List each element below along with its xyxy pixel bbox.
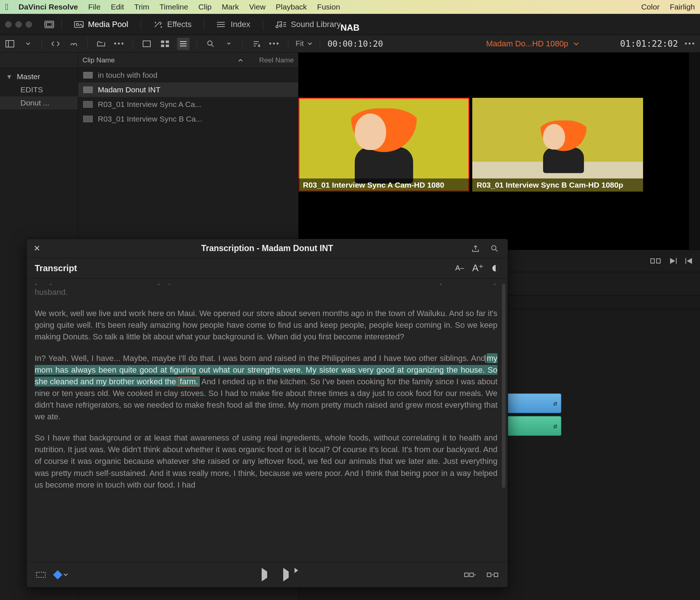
transcript-paragraph[interactable]: you just want to sort of like an easy op… — [35, 284, 497, 298]
menu-playback[interactable]: Playback — [276, 3, 307, 11]
svg-rect-15 — [166, 41, 169, 43]
marker-icon — [53, 570, 62, 579]
panel-layout-dropdown[interactable] — [22, 38, 34, 50]
menu-color[interactable]: Color — [641, 3, 659, 11]
tab-effects[interactable]: Effects — [148, 18, 197, 31]
index-icon — [217, 20, 226, 28]
svg-point-3 — [76, 23, 78, 26]
workspace-layout-icon[interactable] — [45, 20, 54, 28]
zoom-fit-select[interactable]: Fit — [296, 39, 312, 48]
match-frame-button[interactable] — [650, 257, 661, 265]
tab-media-pool[interactable]: Media Pool — [69, 18, 133, 31]
bin-edits[interactable]: EDITS — [0, 83, 78, 96]
multicam-angle-a[interactable]: R03_01 Interview Sync A Cam-HD 1080 — [299, 98, 469, 192]
menu-fairlight[interactable]: Fairligh — [670, 3, 695, 11]
new-bin-button[interactable] — [95, 38, 107, 50]
window-minimize-button[interactable] — [15, 21, 22, 28]
menu-view[interactable]: View — [249, 3, 265, 11]
app-name[interactable]: DaVinci Resolve — [19, 3, 78, 11]
menu-trim[interactable]: Trim — [134, 3, 149, 11]
more-ellipsis-button[interactable]: ••• — [113, 38, 126, 50]
export-transcript-button[interactable] — [466, 242, 485, 255]
panel-layout-button[interactable] — [4, 38, 16, 50]
grid-view-button[interactable] — [159, 38, 171, 50]
chevron-down-icon — [573, 42, 579, 46]
svg-point-18 — [208, 41, 212, 45]
sort-asc-icon — [238, 58, 243, 62]
svg-point-6 — [217, 22, 218, 23]
menu-clip[interactable]: Clip — [199, 3, 212, 11]
menu-mark[interactable]: Mark — [222, 3, 239, 11]
window-close-button[interactable] — [5, 21, 12, 28]
bin-donut[interactable]: Donut ... — [0, 96, 78, 109]
tab-index[interactable]: Index — [212, 18, 255, 31]
transcript-paragraph[interactable]: In? Yeah. Well, I have... Maybe, maybe I… — [35, 353, 497, 423]
bin-master[interactable]: ▾ Master — [0, 70, 78, 83]
bin-label: Master — [17, 72, 40, 81]
close-button[interactable]: ✕ — [32, 243, 42, 254]
clip-row[interactable]: R03_01 Interview Sync B Ca... — [78, 112, 298, 126]
nav-back-forward-button[interactable] — [49, 38, 62, 50]
transcript-paragraph[interactable]: We work, well we live and work here on M… — [35, 308, 497, 343]
search-dropdown[interactable] — [223, 38, 235, 50]
search-button[interactable] — [204, 38, 217, 50]
next-edit-button[interactable] — [669, 257, 677, 265]
transcript-text-area[interactable]: you just want to sort of like an easy op… — [35, 284, 497, 557]
svg-point-27 — [492, 246, 496, 250]
multicam-angle-b[interactable]: R03_01 Interview Sync B Cam-HD 1080p — [472, 98, 643, 192]
append-to-timeline-button[interactable] — [464, 570, 476, 579]
bin-label: EDITS — [20, 85, 43, 94]
options-ellipsis-button[interactable]: ••• — [268, 38, 281, 50]
tab-sound-library[interactable]: Sound Library — [270, 18, 346, 31]
bin-label: Donut ... — [20, 99, 49, 107]
transcript-scrollbar[interactable] — [502, 284, 505, 488]
clip-row[interactable]: Madam Donut INT — [78, 82, 298, 97]
menu-timeline[interactable]: Timeline — [159, 3, 188, 11]
sound-library-icon — [276, 20, 286, 28]
angle-label: R03_01 Interview Sync A Cam-HD 1080 — [299, 178, 469, 192]
transcript-paragraph[interactable]: So I have that background or at least th… — [35, 432, 497, 491]
video-clip-icon — [83, 101, 93, 108]
insert-selection-button[interactable] — [35, 570, 46, 579]
source-viewer[interactable]: R03_01 Interview Sync A Cam-HD 1080 R03_… — [299, 53, 689, 250]
chevron-down-icon: ▾ — [7, 72, 13, 81]
menu-edit[interactable]: Edit — [111, 3, 124, 11]
apple-logo-icon[interactable]:  — [5, 2, 8, 12]
sort-button[interactable] — [250, 38, 262, 50]
svg-rect-29 — [36, 572, 45, 577]
link-icon: ⌀ — [553, 422, 557, 430]
transcript-tab[interactable]: Transcript — [35, 263, 77, 273]
svg-rect-30 — [465, 573, 468, 577]
svg-rect-31 — [470, 573, 473, 577]
transcription-titlebar[interactable]: ✕ Transcription - Madam Donut INT — [27, 239, 508, 258]
insert-to-timeline-button[interactable] — [486, 570, 499, 579]
transcript-text: In? Yeah. Well, I have... Maybe, maybe I… — [35, 354, 485, 363]
bin-column-header — [0, 53, 78, 68]
clip-name-column-header[interactable]: Clip Name Reel Name — [78, 53, 298, 68]
list-view-button[interactable] — [177, 38, 189, 50]
viewer-options-ellipsis[interactable]: ••• — [684, 38, 696, 50]
menu-fusion[interactable]: Fusion — [317, 3, 340, 11]
search-transcript-button[interactable] — [485, 242, 504, 255]
clip-name: Madam Donut INT — [98, 85, 161, 94]
font-decrease-button[interactable]: A– — [455, 264, 464, 272]
clip-row[interactable]: R03_01 Interview Sync A Ca... — [78, 97, 298, 112]
prev-edit-button[interactable] — [685, 257, 693, 265]
reel-name-column-header[interactable]: Reel Name — [259, 56, 294, 64]
clip-row[interactable]: in touch with food — [78, 68, 298, 82]
marker-dropdown[interactable] — [54, 572, 68, 578]
svg-point-5 — [161, 27, 162, 27]
menu-file[interactable]: File — [88, 3, 101, 11]
source-timecode[interactable]: 01:01:22:02 — [620, 39, 678, 49]
play-around-button[interactable] — [283, 572, 289, 578]
source-clip-name-dropdown[interactable]: Madam Do...HD 1080p — [486, 39, 579, 49]
contrast-toggle-button[interactable] — [492, 264, 500, 272]
thumbnail-view-button[interactable] — [141, 38, 153, 50]
play-button[interactable] — [262, 572, 267, 578]
secondary-toolbar: ••• ••• Fit 00:00:10:20 Madam Do...HD 10… — [0, 35, 700, 53]
window-zoom-button[interactable] — [26, 21, 32, 28]
viewer-timecode[interactable]: 00:00:10:20 — [327, 39, 383, 49]
transcript-current-word[interactable]: farm. — [178, 377, 200, 386]
import-media-button[interactable] — [68, 38, 80, 50]
font-increase-button[interactable]: A⁺ — [472, 262, 484, 274]
